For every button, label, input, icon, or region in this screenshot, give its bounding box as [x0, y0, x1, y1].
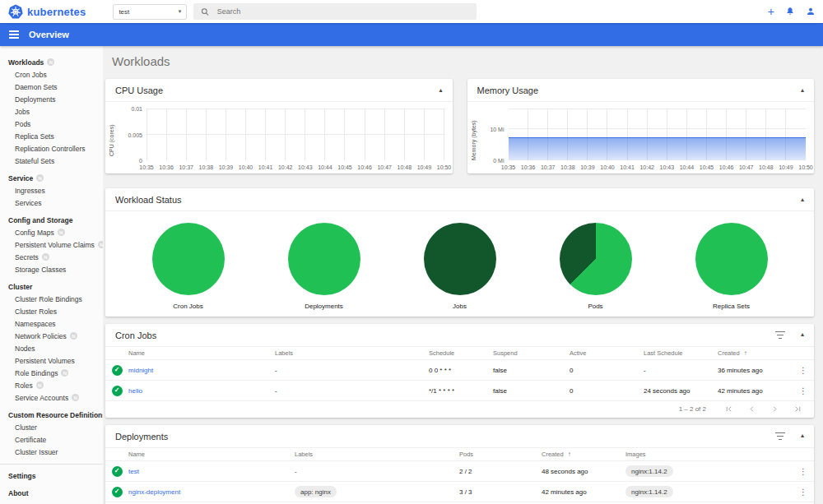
- collapse-card-button[interactable]: ▴: [801, 432, 804, 439]
- table-row[interactable]: ✓ test - 2 / 2 48 seconds ago nginx:1.14…: [105, 461, 814, 482]
- row-menu-button[interactable]: ⋮: [793, 366, 814, 375]
- sidebar-item[interactable]: Settings: [0, 469, 103, 482]
- x-tick-label: 10:40: [239, 164, 253, 170]
- row-menu-button[interactable]: ⋮: [793, 488, 814, 497]
- sidebar-item[interactable]: Nodes: [0, 342, 103, 354]
- namespace-selector[interactable]: test ▾: [113, 4, 187, 20]
- sidebar-item[interactable]: Config Maps N: [0, 226, 103, 238]
- filter-icon[interactable]: [775, 331, 786, 339]
- sidebar-item[interactable]: Jobs: [0, 105, 103, 118]
- sidebar-item[interactable]: Config and Storage: [0, 214, 103, 226]
- last-page-button[interactable]: [793, 405, 802, 414]
- cronjob-name-link[interactable]: midnight: [128, 367, 153, 374]
- sidebar-item[interactable]: Workloads N: [0, 56, 103, 68]
- search-input[interactable]: [217, 7, 470, 16]
- sidebar-item[interactable]: Stateful Sets: [0, 155, 103, 167]
- sidebar-item[interactable]: Cluster Roles: [0, 305, 103, 317]
- x-tick-label: 10:46: [719, 164, 734, 170]
- collapse-card-button[interactable]: ▴: [801, 197, 804, 203]
- sidebar-item-label: Ingresses: [15, 187, 45, 195]
- labels-chip: app: nginx: [295, 486, 337, 497]
- pie-chart: [560, 223, 632, 295]
- pods-cell: 3 / 3: [459, 488, 542, 496]
- sidebar-item-label: Persistent Volumes: [15, 357, 75, 365]
- sidebar-item[interactable]: Storage Classes: [0, 263, 103, 275]
- x-tick-label: 10:43: [298, 164, 313, 170]
- prev-page-button[interactable]: [747, 405, 756, 414]
- sidebar-item[interactable]: Service Accounts N: [0, 391, 103, 404]
- search-bar[interactable]: [193, 3, 477, 20]
- collapse-card-button[interactable]: ▴: [801, 331, 804, 338]
- kubernetes-logo[interactable]: kubernetes: [8, 4, 86, 19]
- sidebar-item[interactable]: Cluster Issuer: [0, 446, 103, 458]
- sidebar-item[interactable]: Persistent Volume Claims N: [0, 238, 103, 251]
- new-badge: N: [61, 369, 68, 377]
- sidebar-item[interactable]: Cluster: [0, 421, 103, 433]
- sidebar-item[interactable]: Deployments: [0, 93, 103, 105]
- x-tick-label: 10:41: [258, 164, 273, 170]
- sidebar-item-label: Roles: [15, 381, 33, 390]
- first-page-button[interactable]: [724, 405, 733, 414]
- sidebar-item-label: Daemon Sets: [15, 83, 58, 91]
- workload-status-pies: Cron Jobs Deployments Jobs Pods: [105, 211, 814, 310]
- next-page-button[interactable]: [770, 405, 779, 414]
- notifications-bell-icon[interactable]: [785, 7, 795, 16]
- sidebar-item[interactable]: Service N: [0, 172, 103, 184]
- account-icon[interactable]: [806, 7, 816, 16]
- sidebar-item[interactable]: Role Bindings N: [0, 367, 103, 379]
- x-tick-label: 10:42: [639, 164, 654, 170]
- sidebar-item[interactable]: [0, 464, 103, 465]
- sidebar-item-label: Stateful Sets: [15, 157, 54, 165]
- sidebar-item[interactable]: Daemon Sets: [0, 81, 103, 93]
- y-tick-label: 0 Mi: [493, 158, 504, 164]
- deployment-name-link[interactable]: nginx-deployment: [128, 488, 180, 496]
- sorted-column-header[interactable]: Created ↑: [718, 349, 793, 357]
- row-menu-button[interactable]: ⋮: [793, 467, 814, 476]
- sidebar-item[interactable]: Custom Resource Definitions: [0, 409, 103, 421]
- x-tick-label: 10:50: [437, 164, 452, 170]
- h-gridline: [146, 134, 444, 135]
- table-row[interactable]: ✓ hello - */1 * * * * false 0 24 seconds…: [105, 381, 814, 401]
- sidebar-item[interactable]: Roles N: [0, 379, 103, 391]
- sidebar-item-label: Jobs: [15, 108, 30, 116]
- x-tick-label: 10:39: [219, 164, 234, 170]
- memory-usage-chart: Memory (bytes) 0 Mi10 Mi 10:3510:3610:37…: [467, 102, 815, 173]
- sidebar-item[interactable]: Persistent Volumes: [0, 354, 103, 367]
- labels-cell: -: [275, 367, 429, 374]
- collapse-card-button[interactable]: ▴: [439, 87, 442, 94]
- sidebar-item[interactable]: Replication Controllers: [0, 142, 103, 155]
- row-menu-button[interactable]: ⋮: [793, 386, 814, 395]
- x-tick-label: 10:36: [159, 164, 174, 170]
- sidebar-item-label: Storage Classes: [15, 266, 66, 274]
- sidebar-item[interactable]: Replica Sets: [0, 130, 103, 142]
- card-title: Workload Status: [115, 195, 182, 205]
- sidebar-item[interactable]: Cron Jobs: [0, 68, 103, 81]
- x-tick-label: 10:43: [660, 164, 675, 170]
- cronjob-name-link[interactable]: hello: [128, 387, 142, 395]
- new-badge: N: [42, 253, 49, 261]
- sidebar-item[interactable]: Services: [0, 197, 103, 209]
- collapse-card-button[interactable]: ▴: [801, 87, 804, 94]
- deployment-name-link[interactable]: test: [128, 468, 139, 475]
- sidebar-item[interactable]: Cluster Role Bindings: [0, 293, 103, 305]
- table-row[interactable]: ✓ midnight - 0 0 * * * false 0 - 36 minu…: [105, 360, 814, 381]
- pie-chart: [288, 223, 360, 295]
- menu-hamburger-icon[interactable]: [9, 30, 19, 39]
- sidebar-item-label: Services: [15, 199, 42, 207]
- workload-status-card: Workload Status ▴ Cron Jobs Deployments: [105, 188, 814, 317]
- sidebar-item[interactable]: Network Policies N: [0, 330, 103, 342]
- table-row[interactable]: ✓ nginx-deployment app: nginx 3 / 3 42 m…: [105, 482, 814, 502]
- create-resource-button[interactable]: +: [768, 6, 774, 17]
- filter-icon[interactable]: [775, 432, 786, 440]
- sidebar-item[interactable]: Ingresses: [0, 184, 103, 197]
- sidebar-item[interactable]: Pods: [0, 118, 103, 130]
- sidebar-item[interactable]: About: [0, 487, 103, 499]
- image-chip: nginx:1.14.2: [625, 486, 673, 497]
- sidebar-item[interactable]: Namespaces: [0, 317, 103, 330]
- sidebar-item[interactable]: Cluster: [0, 280, 103, 293]
- sidebar-item[interactable]: Certificate: [0, 433, 103, 446]
- sidebar-item[interactable]: Secrets N: [0, 251, 103, 263]
- pie-chart: [152, 223, 225, 295]
- sorted-column-header[interactable]: Created ↑: [542, 451, 625, 458]
- table-body: ✓ test - 2 / 2 48 seconds ago nginx:1.14…: [105, 461, 814, 502]
